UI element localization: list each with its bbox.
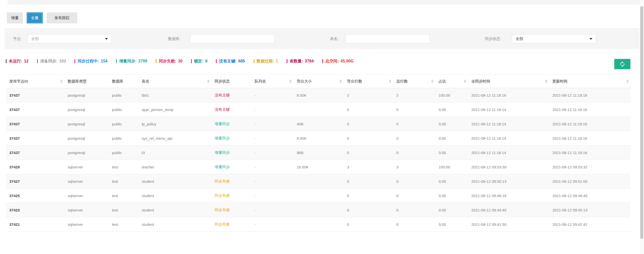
node-select-value: 全部 [31, 37, 39, 41]
header-export-rows[interactable]: 导出行数 [344, 75, 393, 88]
header-publish-node-id[interactable]: 发布节点ID [6, 75, 64, 88]
cell-export-size [293, 102, 344, 117]
stat-pipe [191, 59, 192, 63]
sort-desc-icon [626, 82, 629, 83]
sort-icon[interactable] [289, 80, 292, 83]
stat-value: 154 [101, 59, 107, 63]
sync-status-select[interactable]: 全部 [512, 34, 596, 43]
table-header-row: 发布节点ID数据库类型数据库表名同步状态队列名导出大小导出行数总行数占比全同步时… [6, 75, 630, 88]
sort-icon[interactable] [431, 80, 434, 83]
cell-database: public [108, 131, 138, 146]
stat-pipe [322, 59, 323, 63]
header-total-rows[interactable]: 总行数 [393, 75, 435, 88]
tab-incremental[interactable]: 增量 [7, 12, 23, 23]
cell-ratio: 0.00 [435, 146, 468, 160]
sort-asc-icon [339, 80, 342, 81]
stat-data-expired: 数据过期:1 [254, 59, 278, 64]
node-select[interactable]: 全部 [27, 34, 112, 43]
cell-publish-node-id: 37437 [6, 117, 64, 131]
sort-icon[interactable] [60, 80, 63, 83]
cell-sync-status: 增量同步 [211, 160, 251, 174]
header-label: 更新时间 [552, 79, 567, 84]
cell-update-time: 2021-08-12 09:42:42 [549, 217, 630, 232]
cell-ratio: 0.00 [435, 217, 468, 232]
cell-export-size: 40B [293, 117, 344, 131]
stat-pipe [74, 59, 75, 63]
cell-publish-node-id: 37427 [6, 174, 64, 189]
sync-table: 发布节点ID数据库类型数据库表名同步状态队列名导出大小导出行数总行数占比全同步时… [6, 75, 630, 232]
sort-icon[interactable] [389, 80, 391, 83]
sort-desc-icon [289, 82, 292, 83]
stat-label: 没有主键: [219, 59, 236, 64]
scrollbar-thumb[interactable] [640, 7, 643, 239]
cell-full-sync-time: 2021-08-12 09:41:50 [468, 217, 549, 232]
stat-label: 同步过程中: [78, 59, 99, 64]
sort-desc-icon [60, 82, 63, 83]
table-name-filter-label: 表名: [330, 36, 338, 41]
sort-desc-icon [464, 82, 466, 83]
header-update-time[interactable]: 更新时间 [549, 75, 630, 88]
cell-ratio: 0.00 [435, 189, 468, 203]
sync-status-filter-label: 同步状态: [485, 36, 501, 41]
sort-icon[interactable] [207, 80, 210, 83]
cell-update-time: 2021-08-12 11:18:16 [549, 131, 630, 146]
sync-status-select-value: 全部 [516, 37, 523, 41]
table-name-input[interactable] [346, 34, 430, 43]
sort-asc-icon [289, 80, 292, 81]
header-table-name[interactable]: 表名 [138, 75, 211, 88]
database-input[interactable] [190, 34, 275, 43]
cell-table-name: lp_policy [138, 117, 211, 131]
cell-db-type: postgresql [64, 146, 108, 160]
sort-icon[interactable] [339, 80, 342, 83]
header-full-sync-time[interactable]: 全同步时间 [468, 75, 549, 88]
stat-incremental-sync: 增量同步:2799 [116, 59, 147, 64]
sort-asc-icon [431, 80, 434, 81]
cell-full-sync-time: 2021-08-12 11:18:14 [468, 117, 549, 131]
table-row: 37437postgresqlpubliclp_policy增量同步-40B00… [6, 117, 630, 131]
header-label: 发布节点ID [9, 79, 28, 84]
sort-icon[interactable] [464, 80, 466, 83]
cell-ratio: 0.00 [435, 131, 468, 146]
scrollbar-track[interactable] [640, 0, 644, 254]
tab-full[interactable]: 全量 [27, 12, 43, 23]
header-db-type: 数据库类型 [64, 75, 108, 88]
cell-total-rows: 0 [393, 117, 435, 131]
cell-db-type: sqlserver [64, 189, 108, 203]
cell-table-name: teacher [138, 160, 211, 174]
cell-total-rows: 2 [393, 88, 435, 102]
cell-export-size [293, 203, 344, 217]
cell-table-name: student [138, 174, 211, 189]
sort-asc-icon [626, 80, 629, 81]
sort-icon[interactable] [545, 80, 547, 83]
stat-pipe [37, 59, 38, 63]
cell-table-name: t3 [138, 146, 211, 160]
cell-queue-name: - [251, 174, 293, 189]
stat-value: 3784 [305, 59, 314, 63]
cell-publish-node-id: 37425 [6, 189, 64, 203]
header-label: 全同步时间 [471, 79, 490, 84]
stat-total-space: 总空间:45.90G [322, 59, 354, 64]
cell-db-type: postgresql [64, 117, 108, 131]
cell-export-size [293, 189, 344, 203]
cell-export-size [293, 174, 344, 189]
cell-total-rows: 0 [393, 189, 435, 203]
tab-publish-tracking[interactable]: 发布跟踪 [47, 12, 77, 23]
cell-db-type: sqlserver [64, 174, 108, 189]
cell-database: public [108, 88, 138, 102]
cell-publish-node-id: 37429 [6, 160, 64, 174]
cell-export-rows: 3 [344, 160, 393, 174]
cell-export-rows: 0 [344, 174, 393, 189]
cell-table-name: sys_rel_menu_api [138, 131, 211, 146]
refresh-button[interactable] [614, 59, 630, 69]
sort-icon[interactable] [626, 80, 629, 83]
stat-value: 45.90G [340, 59, 354, 63]
header-ratio[interactable]: 占比 [435, 75, 468, 88]
header-label: 同步状态 [215, 79, 230, 84]
stat-pipe [287, 59, 287, 63]
cell-update-time: 2021-08-12 11:18:16 [549, 102, 630, 117]
stat-label: 数据过期: [257, 59, 274, 64]
cell-full-sync-time: 2021-08-12 11:18:14 [468, 146, 549, 160]
cell-database: test [108, 217, 138, 232]
header-export-size[interactable]: 导出大小 [293, 75, 344, 88]
header-queue-name[interactable]: 队列名 [251, 75, 293, 88]
